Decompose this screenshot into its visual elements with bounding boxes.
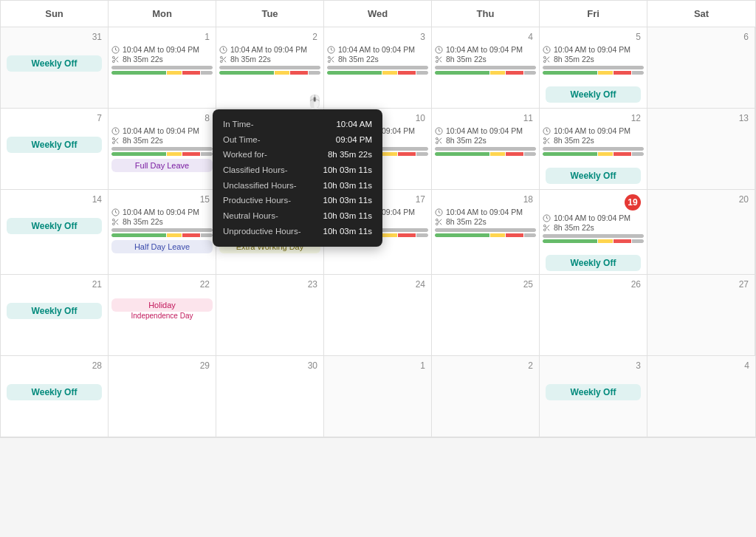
work-event: 10:04 AM to 09:04 PM 8h 35m 22s [435, 208, 536, 237]
svg-line-22 [440, 60, 442, 62]
full-day-leave-badge: Full Day Leave [111, 159, 213, 172]
bar-2 [435, 71, 536, 75]
bar-2 [111, 152, 213, 156]
cell-23[interactable]: 23 [216, 275, 324, 356]
day-number: 31 [4, 30, 105, 44]
cell-next-1[interactable]: 1 [324, 356, 432, 437]
svg-point-79 [436, 219, 438, 221]
cell-7[interactable]: 7 Weekly Off [1, 109, 109, 190]
cell-19[interactable]: 19 10:04 AM to 09:04 PM 8h 35m 22s [540, 190, 647, 275]
bar-1 [543, 147, 644, 151]
day-number: 11 [435, 112, 536, 125]
cell-29[interactable]: 29 [109, 356, 216, 437]
cell-13[interactable]: 13 [647, 109, 755, 190]
header-sat: Sat [647, 1, 755, 27]
work-event: 10:04 AM to 09:04 PM 8h 35m 22s [111, 126, 213, 172]
time-range: 10:04 AM to 09:04 PM [111, 45, 213, 54]
svg-point-31 [112, 137, 114, 140]
weekly-off-badge: Weekly Off [546, 168, 641, 184]
svg-line-28 [548, 60, 550, 62]
cell-14[interactable]: 14 Weekly Off [1, 190, 109, 275]
day-number: 19 [543, 193, 644, 212]
weekly-off-badge: Weekly Off [546, 86, 641, 103]
duration: 8h 35m 22s [543, 55, 644, 64]
cell-next-4[interactable]: 4 [647, 356, 755, 437]
scissors-icon [327, 55, 335, 64]
day-number: 4 [435, 30, 536, 44]
scissors-icon [435, 137, 443, 145]
day-number: 24 [327, 278, 428, 291]
cell-26[interactable]: 26 [540, 275, 647, 356]
day-number: 1 [327, 359, 428, 372]
header-wed: Wed [324, 1, 432, 27]
weekly-off-badge: Weekly Off [546, 255, 641, 271]
cell-12[interactable]: 12 10:04 AM to 09:04 PM 8h 35m 22s [540, 109, 647, 190]
day-number: 18 [435, 193, 536, 206]
day-number: 27 [650, 278, 752, 291]
day-number: 26 [543, 278, 644, 291]
cell-24[interactable]: 24 [324, 275, 432, 356]
duration: 8h 35m 22s [111, 136, 213, 145]
svg-line-34 [117, 141, 119, 143]
bar-2 [327, 71, 428, 75]
cell-22[interactable]: 22 Holiday Independence Day [109, 275, 216, 356]
day-number: 4 [650, 359, 752, 372]
svg-point-49 [436, 137, 438, 140]
cell-next-3[interactable]: 3 Weekly Off [540, 356, 647, 437]
day-number: 3 [327, 30, 428, 44]
cell-5[interactable]: 5 10:04 AM to 09:04 PM 8h 35m 22s [540, 27, 647, 109]
bar-2 [435, 152, 536, 156]
scissors-icon [543, 224, 551, 232]
cell-21[interactable]: 21 Weekly Off [1, 275, 109, 356]
cell-18[interactable]: 18 10:04 AM to 09:04 PM 8h 35m 22s [432, 190, 540, 275]
scissors-icon [543, 137, 551, 145]
bar-1 [543, 66, 644, 69]
holiday-badge: Holiday [111, 298, 213, 312]
svg-line-65 [114, 220, 116, 222]
svg-point-8 [220, 60, 222, 62]
tooltip-in-time: In Time- 10:04 AM [223, 117, 372, 132]
header-mon: Mon [109, 1, 216, 27]
cell-2[interactable]: 2 10:04 AM to 09:04 PM 8h 35m 22s [216, 27, 324, 109]
cell-15[interactable]: 15 10:04 AM to 09:04 PM 8h 35m 22s [109, 190, 216, 275]
progress-bars [543, 234, 644, 243]
duration: 8h 35m 22s [435, 217, 536, 226]
work-event: 10:04 AM to 09:04 PM 8h 35m 22s [435, 45, 536, 75]
cell-25[interactable]: 25 [432, 275, 540, 356]
svg-point-20 [436, 60, 438, 62]
cell-11[interactable]: 11 10:04 AM to 09:04 PM 8h 35m 22s [432, 109, 540, 190]
day-number: 25 [435, 278, 536, 291]
day-number: 22 [111, 278, 213, 291]
duration: 8h 35m 22s [327, 55, 428, 64]
svg-point-2 [112, 60, 114, 62]
clock-icon [435, 208, 443, 216]
cell-4[interactable]: 4 10:04 AM to 09:04 PM 8h 35m 22s [432, 27, 540, 109]
day-number: 30 [219, 359, 320, 372]
cell-31[interactable]: 31 Weekly Off [1, 27, 109, 109]
cell-1[interactable]: 1 10:04 AM to 09:04 PM 8h 35m 22s [109, 27, 216, 109]
scissors-icon [219, 55, 227, 64]
svg-point-25 [543, 56, 546, 58]
calendar-container: Sun Mon Tue Wed Thu Fri Sat 31 Weekly Of… [0, 0, 756, 438]
cell-27[interactable]: 27 [647, 275, 755, 356]
cell-30[interactable]: 30 [216, 356, 324, 437]
scissors-icon [435, 218, 443, 226]
tooltip-productive: Productive Hours- 10h 03m 11s [223, 193, 372, 208]
svg-point-7 [220, 56, 222, 58]
bar-1 [435, 66, 536, 69]
svg-point-86 [543, 228, 546, 230]
cell-3[interactable]: 3 10:04 AM to 09:04 PM 8h 35m 22s [324, 27, 432, 109]
duration: 8h 35m 22s [111, 55, 213, 64]
cell-28[interactable]: 28 Weekly Off [1, 356, 109, 437]
svg-point-14 [328, 60, 330, 62]
cell-8[interactable]: 8 10:04 AM to 09:04 PM 8h 35m 22s [109, 109, 216, 190]
svg-point-19 [436, 56, 438, 58]
cell-next-2[interactable]: 2 [432, 356, 540, 437]
work-event: 10:04 AM to 09:04 PM 8h 35m 22s [543, 45, 644, 75]
cell-20[interactable]: 20 [647, 190, 755, 275]
weekly-off-badge: Weekly Off [546, 384, 641, 400]
clock-icon [543, 46, 551, 54]
clock-icon [219, 46, 227, 54]
svg-line-29 [546, 58, 547, 59]
cell-6[interactable]: 6 [647, 27, 755, 109]
